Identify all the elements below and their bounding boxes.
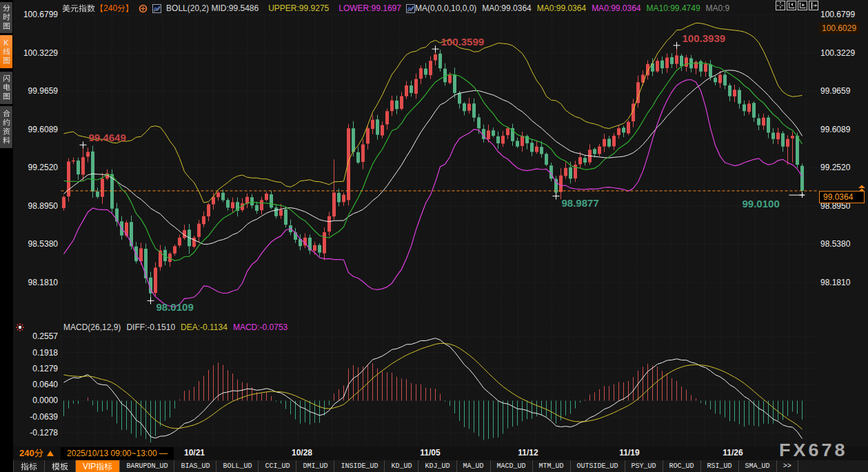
ma-readouts: MA0:99.0364MA0:99.0364MA0:99.0364MA10:99… [476, 3, 729, 13]
macd-diff-readout: DIFF:-0.1510 [126, 322, 175, 332]
target-circle-icon [139, 4, 148, 13]
ma-params: MA(0,0,0,10,0,0) [415, 3, 476, 13]
indicator-line [64, 338, 803, 439]
indicator-toolbar: VIPBARUPDN_UDBIAS_UDBOLL_UDCCI_UDDMI_UDI… [13, 460, 868, 472]
toolbar-item-rsiud[interactable]: RSI_UD [701, 460, 739, 472]
symbol-title [62, 3, 95, 13]
boll-readout: BOLL(20,2) MID:99.5486 [166, 3, 259, 13]
ma-readout: MA0:99.0364 [482, 3, 531, 13]
svg-text:98.9877: 98.9877 [562, 197, 599, 209]
bar-width-indicator: — [159, 449, 168, 458]
period-up-arrow[interactable] [47, 451, 54, 456]
indicator-line [64, 63, 803, 261]
svg-text:100.3939: 100.3939 [683, 32, 726, 44]
bar-info-box[interactable]: 2025/10/13 09:00~13:00 — [61, 447, 174, 460]
toolbar-item-maud[interactable]: MA_UD [457, 460, 491, 472]
trading-app-window: 99.464998.0109100.359998.9877100.393999.… [0, 0, 868, 472]
indicator-line [64, 343, 803, 429]
ma-readout: MA0:9 [706, 3, 730, 13]
price-annotations: 99.464998.0109100.359998.9877100.393999.… [80, 32, 805, 314]
indicator-line [64, 70, 803, 245]
zoom-x-axis-icon[interactable] [787, 1, 796, 10]
fx678-watermark: FX678 [779, 440, 848, 460]
period-label: 240 [19, 448, 43, 458]
toolbar-item-[interactable] [13, 460, 45, 472]
sidebar-tab-time-share-chart[interactable] [0, 2, 12, 33]
svg-text:99.0100: 99.0100 [743, 198, 780, 209]
move-crosshair-icon[interactable] [776, 1, 785, 10]
boll-upper-readout: UPPER:99.9275 [268, 3, 329, 13]
toolbar-item->>[interactable]: >> [777, 460, 798, 472]
date-tick-label: 11/05 [420, 448, 440, 458]
date-tick-label: 10/28 [292, 448, 312, 458]
toolbar-item-psyud[interactable]: PSY_UD [625, 460, 663, 472]
sidebar-tab-lightning-chart[interactable] [0, 72, 12, 104]
ma-readout: MA10:99.4749 [647, 3, 700, 13]
zoom-y-axis-icon[interactable] [798, 1, 807, 10]
toolbar-item-cciud[interactable]: CCI_UD [259, 460, 296, 472]
chart-tool-buttons [776, 1, 818, 10]
macd-name: MACD(26,12,9) [63, 322, 121, 332]
macd-settings-icon[interactable] [15, 322, 25, 332]
date-tick-label: 11/12 [518, 448, 538, 458]
macd-macd-readout: MACD:-0.0753 [233, 322, 287, 332]
ma-indicator-icon [406, 4, 415, 13]
indicator-line [64, 23, 803, 203]
toolbar-item-macdud[interactable]: MACD_UD [491, 460, 533, 472]
toolbar-item-kdjud[interactable]: KDJ_UD [418, 460, 456, 472]
ma-readout: MA0:99.0364 [537, 3, 586, 13]
candles [62, 45, 804, 301]
bar-time-range: 2025/10/13 09:00~13:00 [67, 449, 157, 458]
toolbar-item-smaud[interactable]: SMA_UD [739, 460, 777, 472]
toolbar-item-[interactable] [45, 460, 76, 472]
toolbar-item-rocud[interactable]: ROC_UD [663, 460, 701, 472]
svg-text:98.0109: 98.0109 [157, 301, 194, 313]
toolbar-item-mtmud[interactable]: MTM_UD [533, 460, 571, 472]
boll-lower-readout: LOWER:99.1697 [339, 3, 401, 13]
toolbar-item-outsideud[interactable]: OUTSIDE_UD [571, 460, 625, 472]
indicator-line [64, 80, 803, 307]
sidebar-tab-contract-info[interactable] [0, 106, 12, 148]
macd-header: MACD(26,12,9) DIFF:-0.1510 DEA:-0.1134 M… [63, 322, 287, 332]
sidebar-chart-type: K [0, 0, 13, 472]
date-tick-label: 11/26 [723, 448, 743, 458]
toolbar-item-bollud[interactable]: BOLL_UD [216, 460, 259, 472]
svg-text:99.4649: 99.4649 [89, 132, 126, 143]
toolbar-item-dmiud[interactable]: DMI_UD [296, 460, 334, 472]
macd-histogram [64, 362, 803, 442]
chart-canvas[interactable]: 99.464998.0109100.359998.9877100.393999.… [13, 0, 868, 447]
date-tick-label: 10/21 [184, 448, 205, 458]
boll-indicator-icon [152, 4, 161, 13]
macd-dea-readout: DEA:-0.1134 [181, 322, 228, 332]
date-tick-label: 11/19 [619, 448, 639, 458]
sidebar-tab-kline-chart[interactable]: K [0, 35, 12, 68]
svg-text:100.3599: 100.3599 [441, 36, 485, 48]
ma-readout: MA0:99.0364 [592, 3, 640, 13]
toolbar-item-biasud[interactable]: BIAS_UD [174, 460, 216, 472]
toolbar-item-barupdnud[interactable]: BARUPDN_UD [120, 460, 174, 472]
toolbar-item-kdud[interactable]: KD_UD [385, 460, 418, 472]
toolbar-item-insideud[interactable]: INSIDE_UD [334, 460, 385, 472]
period-tag: 240 [95, 3, 134, 13]
main-chart-header: 240 BOLL(20,2) MID:99.5486 UPPER:99.9275… [62, 3, 729, 14]
toolbar-item-vip[interactable]: VIP [76, 460, 120, 472]
pan-right-icon[interactable] [809, 1, 818, 10]
time-axis: 240 2025/10/13 09:00~13:00 — 10/2110/281… [13, 447, 868, 460]
